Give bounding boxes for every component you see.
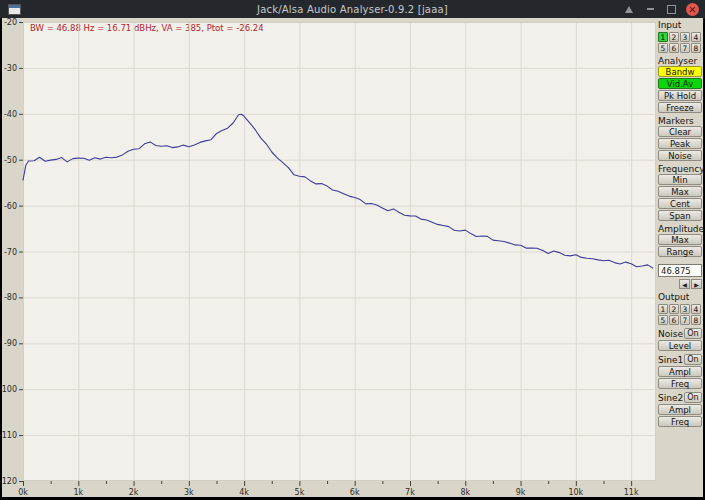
markers-noise-button[interactable]: Noise [658,150,702,161]
freq-step-spinner: ◀ ▶ [658,279,702,289]
input-7-button[interactable]: 7 [680,43,690,53]
analyser-section-label: Analyser [658,56,703,66]
frequency-min-button[interactable]: Min [658,174,702,185]
sine1-row: Sine1 On [658,354,702,365]
minimize-icon[interactable] [644,3,656,15]
input-4-button[interactable]: 4 [691,32,701,42]
pk-hold-button[interactable]: Pk Hold [658,90,702,101]
spinner-left-icon[interactable]: ◀ [679,279,690,289]
maximize-icon[interactable] [665,3,677,15]
sine2-freq-button[interactable]: Freq [658,416,702,427]
frequency-max-button[interactable]: Max [658,186,702,197]
input-8-button[interactable]: 8 [691,43,701,53]
markers-section-label: Markers [658,116,703,126]
noise-on-button[interactable]: On [684,328,702,339]
frequency-section-label: Frequency [658,164,703,174]
output-channel-buttons: 1 2 3 4 5 6 7 8 [658,304,703,325]
input-channel-buttons: 1 2 3 4 5 6 7 8 [658,32,703,53]
amplitude-range-button[interactable]: Range [658,246,702,257]
sine1-label: Sine1 [658,355,684,365]
titlebar-buttons [623,0,699,18]
output-5-button[interactable]: 5 [658,315,668,325]
jaaa-window: Jack/Alsa Audio Analyser-0.9.2 [jaaa] BW… [0,0,705,500]
noise-label: Noise [658,329,684,339]
sine1-ampl-button[interactable]: Ampl [658,366,702,377]
output-2-button[interactable]: 2 [669,304,679,314]
control-panel: Input 1 2 3 4 5 6 7 8 Analyser Bandw Vid… [656,18,703,497]
input-5-button[interactable]: 5 [658,43,668,53]
sine2-label: Sine2 [658,393,684,403]
freeze-button[interactable]: Freeze [658,102,702,113]
markers-clear-button[interactable]: Clear [658,126,702,137]
noise-level-button[interactable]: Level [658,340,702,351]
sine2-on-button[interactable]: On [684,392,702,403]
sine2-row: Sine2 On [658,392,702,403]
plot-background [23,22,656,481]
output-8-button[interactable]: 8 [691,315,701,325]
output-7-button[interactable]: 7 [680,315,690,325]
output-1-button[interactable]: 1 [658,304,668,314]
frequency-span-button[interactable]: Span [658,210,702,221]
sine1-freq-button[interactable]: Freq [658,378,702,389]
markers-peak-button[interactable]: Peak [658,138,702,149]
input-section-label: Input [658,20,703,30]
analyser-content: BW = 46.88 Hz = 16.71 dBHz, VA = 385, Pt… [2,18,703,497]
sine1-on-button[interactable]: On [684,354,702,365]
sine2-ampl-button[interactable]: Ampl [658,404,702,415]
output-4-button[interactable]: 4 [691,304,701,314]
input-2-button[interactable]: 2 [669,32,679,42]
noise-row: Noise On [658,328,702,339]
frequency-cent-button[interactable]: Cent [658,198,702,209]
bandw-button[interactable]: Bandw [658,66,702,77]
info-readout: BW = 46.88 Hz = 16.71 dBHz, VA = 385, Pt… [30,23,264,33]
close-icon[interactable] [686,3,699,16]
spinner-right-icon[interactable]: ▶ [691,279,702,289]
amplitude-section-label: Amplitude [658,224,703,234]
output-6-button[interactable]: 6 [669,315,679,325]
titlebar: Jack/Alsa Audio Analyser-0.9.2 [jaaa] [0,0,705,19]
freq-step-field[interactable]: 46.875 [658,264,702,277]
input-6-button[interactable]: 6 [669,43,679,53]
vidav-button[interactable]: Vid.Av [658,78,702,89]
input-3-button[interactable]: 3 [680,32,690,42]
window-title: Jack/Alsa Audio Analyser-0.9.2 [jaaa] [0,4,705,15]
amplitude-max-button[interactable]: Max [658,234,702,245]
app-window-icon [8,4,21,15]
input-1-button[interactable]: 1 [658,32,668,42]
output-3-button[interactable]: 3 [680,304,690,314]
output-section-label: Output [658,292,703,302]
stick-icon[interactable] [623,3,635,15]
